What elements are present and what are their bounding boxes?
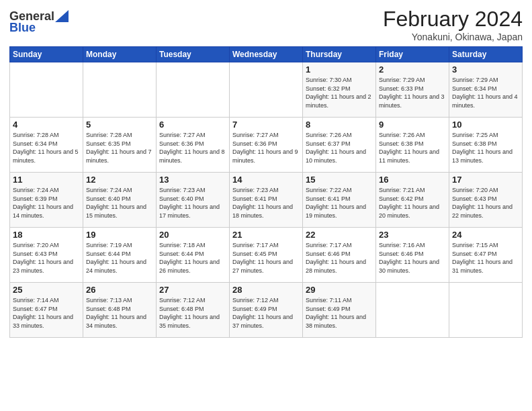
weekday-header-tuesday: Tuesday <box>157 47 230 62</box>
day-cell: 26Sunrise: 7:13 AM Sunset: 6:48 PM Dayli… <box>83 283 157 338</box>
week-row-2: 4Sunrise: 7:28 AM Sunset: 6:34 PM Daylig… <box>10 118 523 173</box>
day-cell <box>10 62 83 118</box>
day-number: 9 <box>379 120 446 130</box>
day-number: 14 <box>232 175 300 185</box>
day-number: 28 <box>232 285 300 295</box>
day-cell <box>83 62 157 118</box>
day-info: Sunrise: 7:25 AM Sunset: 6:38 PM Dayligh… <box>452 131 519 165</box>
day-cell: 27Sunrise: 7:12 AM Sunset: 6:48 PM Dayli… <box>157 283 230 338</box>
week-row-4: 18Sunrise: 7:20 AM Sunset: 6:43 PM Dayli… <box>10 228 523 283</box>
day-info: Sunrise: 7:30 AM Sunset: 6:32 PM Dayligh… <box>306 76 373 109</box>
day-cell: 17Sunrise: 7:20 AM Sunset: 6:43 PM Dayli… <box>449 173 523 228</box>
day-info: Sunrise: 7:15 AM Sunset: 6:47 PM Dayligh… <box>452 241 519 275</box>
day-number: 4 <box>13 120 80 130</box>
day-number: 6 <box>159 120 226 130</box>
day-info: Sunrise: 7:17 AM Sunset: 6:46 PM Dayligh… <box>306 241 373 275</box>
day-number: 2 <box>379 64 446 75</box>
header: General Blue February 2024 Yonakuni, Oki… <box>9 7 523 42</box>
logo-icon <box>55 10 69 22</box>
day-cell <box>230 62 303 118</box>
day-cell: 23Sunrise: 7:16 AM Sunset: 6:46 PM Dayli… <box>376 228 449 283</box>
calendar-title: February 2024 <box>383 7 523 32</box>
calendar-subtitle: Yonakuni, Okinawa, Japan <box>383 32 523 42</box>
day-info: Sunrise: 7:18 AM Sunset: 6:44 PM Dayligh… <box>159 241 226 275</box>
day-cell: 4Sunrise: 7:28 AM Sunset: 6:34 PM Daylig… <box>10 118 83 173</box>
day-number: 13 <box>159 175 226 185</box>
day-cell: 3Sunrise: 7:29 AM Sunset: 6:34 PM Daylig… <box>449 62 523 118</box>
day-cell: 18Sunrise: 7:20 AM Sunset: 6:43 PM Dayli… <box>10 228 83 283</box>
day-number: 21 <box>232 230 300 240</box>
day-cell <box>449 283 523 338</box>
day-info: Sunrise: 7:22 AM Sunset: 6:41 PM Dayligh… <box>306 186 373 220</box>
day-cell: 14Sunrise: 7:23 AM Sunset: 6:41 PM Dayli… <box>230 173 303 228</box>
day-cell: 9Sunrise: 7:26 AM Sunset: 6:38 PM Daylig… <box>376 118 449 173</box>
day-info: Sunrise: 7:24 AM Sunset: 6:40 PM Dayligh… <box>86 186 153 220</box>
day-cell: 21Sunrise: 7:17 AM Sunset: 6:45 PM Dayli… <box>230 228 303 283</box>
day-cell <box>376 283 449 338</box>
day-number: 8 <box>306 120 373 130</box>
day-number: 7 <box>232 120 300 130</box>
day-number: 5 <box>86 120 153 130</box>
day-number: 23 <box>379 230 446 240</box>
day-info: Sunrise: 7:12 AM Sunset: 6:48 PM Dayligh… <box>159 296 226 330</box>
day-cell: 28Sunrise: 7:12 AM Sunset: 6:49 PM Dayli… <box>230 283 303 338</box>
day-info: Sunrise: 7:26 AM Sunset: 6:38 PM Dayligh… <box>379 131 446 165</box>
day-number: 27 <box>159 285 226 295</box>
day-info: Sunrise: 7:27 AM Sunset: 6:36 PM Dayligh… <box>232 131 300 165</box>
weekday-header-thursday: Thursday <box>303 47 376 62</box>
weekday-header-friday: Friday <box>376 47 449 62</box>
day-number: 17 <box>452 175 519 185</box>
day-number: 11 <box>13 175 80 185</box>
day-number: 26 <box>86 285 153 295</box>
day-number: 20 <box>159 230 226 240</box>
day-cell: 11Sunrise: 7:24 AM Sunset: 6:39 PM Dayli… <box>10 173 83 228</box>
day-info: Sunrise: 7:14 AM Sunset: 6:47 PM Dayligh… <box>13 296 80 330</box>
day-cell: 19Sunrise: 7:19 AM Sunset: 6:44 PM Dayli… <box>83 228 157 283</box>
day-info: Sunrise: 7:29 AM Sunset: 6:33 PM Dayligh… <box>379 76 446 109</box>
day-cell: 22Sunrise: 7:17 AM Sunset: 6:46 PM Dayli… <box>303 228 376 283</box>
day-number: 18 <box>13 230 80 240</box>
week-row-1: 1Sunrise: 7:30 AM Sunset: 6:32 PM Daylig… <box>10 62 523 118</box>
day-info: Sunrise: 7:23 AM Sunset: 6:40 PM Dayligh… <box>159 186 226 220</box>
day-cell: 16Sunrise: 7:21 AM Sunset: 6:42 PM Dayli… <box>376 173 449 228</box>
day-cell: 5Sunrise: 7:28 AM Sunset: 6:35 PM Daylig… <box>83 118 157 173</box>
day-cell: 29Sunrise: 7:11 AM Sunset: 6:49 PM Dayli… <box>303 283 376 338</box>
title-block: February 2024 Yonakuni, Okinawa, Japan <box>383 7 523 42</box>
day-number: 16 <box>379 175 446 185</box>
weekday-header-wednesday: Wednesday <box>230 47 303 62</box>
weekday-header-saturday: Saturday <box>449 47 523 62</box>
day-info: Sunrise: 7:20 AM Sunset: 6:43 PM Dayligh… <box>13 241 80 275</box>
day-number: 25 <box>13 285 80 295</box>
weekday-header-sunday: Sunday <box>10 47 83 62</box>
day-info: Sunrise: 7:28 AM Sunset: 6:35 PM Dayligh… <box>86 131 153 165</box>
day-number: 19 <box>86 230 153 240</box>
day-info: Sunrise: 7:26 AM Sunset: 6:37 PM Dayligh… <box>306 131 373 165</box>
day-info: Sunrise: 7:29 AM Sunset: 6:34 PM Dayligh… <box>452 76 519 109</box>
day-info: Sunrise: 7:13 AM Sunset: 6:48 PM Dayligh… <box>86 296 153 330</box>
day-number: 24 <box>452 230 519 240</box>
day-info: Sunrise: 7:16 AM Sunset: 6:46 PM Dayligh… <box>379 241 446 275</box>
day-info: Sunrise: 7:27 AM Sunset: 6:36 PM Dayligh… <box>159 131 226 165</box>
day-info: Sunrise: 7:17 AM Sunset: 6:45 PM Dayligh… <box>232 241 300 275</box>
day-cell: 25Sunrise: 7:14 AM Sunset: 6:47 PM Dayli… <box>10 283 83 338</box>
day-number: 22 <box>306 230 373 240</box>
day-number: 29 <box>306 285 373 295</box>
page: General Blue February 2024 Yonakuni, Oki… <box>0 0 532 411</box>
day-cell: 13Sunrise: 7:23 AM Sunset: 6:40 PM Dayli… <box>157 173 230 228</box>
day-cell: 20Sunrise: 7:18 AM Sunset: 6:44 PM Dayli… <box>157 228 230 283</box>
day-info: Sunrise: 7:12 AM Sunset: 6:49 PM Dayligh… <box>232 296 300 330</box>
day-cell: 6Sunrise: 7:27 AM Sunset: 6:36 PM Daylig… <box>157 118 230 173</box>
day-number: 15 <box>306 175 373 185</box>
day-info: Sunrise: 7:28 AM Sunset: 6:34 PM Dayligh… <box>13 131 80 165</box>
weekday-header-row: SundayMondayTuesdayWednesdayThursdayFrid… <box>10 47 523 62</box>
calendar-table: SundayMondayTuesdayWednesdayThursdayFrid… <box>9 46 523 338</box>
day-cell: 2Sunrise: 7:29 AM Sunset: 6:33 PM Daylig… <box>376 62 449 118</box>
day-cell <box>157 62 230 118</box>
week-row-5: 25Sunrise: 7:14 AM Sunset: 6:47 PM Dayli… <box>10 283 523 338</box>
week-row-3: 11Sunrise: 7:24 AM Sunset: 6:39 PM Dayli… <box>10 173 523 228</box>
day-cell: 8Sunrise: 7:26 AM Sunset: 6:37 PM Daylig… <box>303 118 376 173</box>
day-cell: 1Sunrise: 7:30 AM Sunset: 6:32 PM Daylig… <box>303 62 376 118</box>
logo: General Blue <box>9 9 69 35</box>
day-number: 1 <box>306 64 373 75</box>
day-cell: 10Sunrise: 7:25 AM Sunset: 6:38 PM Dayli… <box>449 118 523 173</box>
